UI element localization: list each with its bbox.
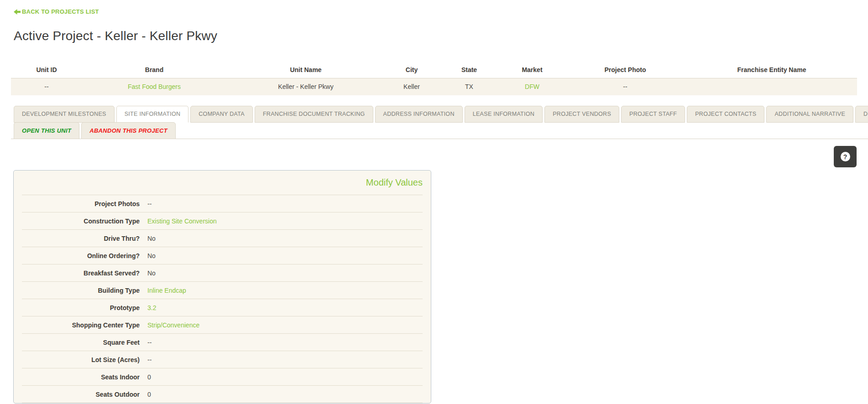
field-label: Building Type [22, 287, 140, 294]
field-value-link[interactable]: Strip/Convenience [147, 321, 199, 329]
field-row-seats-outdoor: Seats Outdoor 0 [22, 386, 423, 403]
brand-link[interactable]: Fast Food Burgers [128, 83, 181, 90]
field-label: Project Photos [22, 200, 140, 207]
col-header-state: State [438, 62, 500, 78]
field-value-link[interactable]: Existing Site Conversion [147, 218, 217, 225]
field-value: -- [147, 339, 152, 346]
field-value-link[interactable]: 3.2 [147, 304, 156, 311]
tab-company-data[interactable]: COMPANY DATA [190, 106, 253, 123]
field-label: Construction Type [22, 218, 140, 225]
field-row-drive-thru: Drive Thru? No [22, 230, 423, 247]
tab-row-2: OPEN THIS UNIT ABANDON THIS PROJECT [11, 122, 868, 139]
panel-header: Modify Values [22, 171, 423, 195]
col-header-unit-name: Unit Name [226, 62, 385, 78]
col-header-project-photo: Project Photo [564, 62, 686, 78]
field-row-shopping-center-type: Shopping Center Type Strip/Convenience [22, 316, 423, 334]
field-value: 0 [147, 391, 151, 398]
field-value: 0 [147, 373, 151, 381]
col-header-city: City [385, 62, 438, 78]
project-tabs: DEVELOPMENT MILESTONES SITE INFORMATION … [11, 106, 868, 139]
field-value: No [147, 252, 156, 259]
field-value: No [147, 235, 156, 242]
cell-unit-id: -- [11, 78, 82, 95]
question-mark-icon: ? [841, 152, 850, 161]
col-header-brand: Brand [82, 62, 226, 78]
tab-row-1: DEVELOPMENT MILESTONES SITE INFORMATION … [11, 106, 868, 122]
col-header-market: Market [500, 62, 564, 78]
field-row-project-photos: Project Photos -- [22, 195, 423, 212]
cell-franchise-entity-name [686, 78, 857, 95]
cell-brand: Fast Food Burgers [82, 78, 226, 95]
page-title: Active Project - Keller - Keller Pkwy [14, 29, 868, 43]
tab-document-library[interactable]: DOCUMENT LIBRARY [855, 106, 868, 123]
abandon-this-project-button[interactable]: ABANDON THIS PROJECT [81, 122, 176, 139]
back-to-projects-link[interactable]: BACK TO PROJECTS LIST [14, 8, 99, 15]
field-label: Drive Thru? [22, 235, 140, 242]
cell-city: Keller [385, 78, 438, 95]
cell-unit-name: Keller - Keller Pkwy [226, 78, 385, 95]
field-label: Breakfast Served? [22, 269, 140, 277]
field-label: Seats Indoor [22, 373, 140, 381]
table-header-row: Unit ID Brand Unit Name City State Marke… [11, 62, 857, 78]
tab-franchise-document-tracking[interactable]: FRANCHISE DOCUMENT TRACKING [255, 106, 373, 123]
col-header-unit-id: Unit ID [11, 62, 82, 78]
field-label: Square Feet [22, 339, 140, 346]
cell-state: TX [438, 78, 500, 95]
table-row: -- Fast Food Burgers Keller - Keller Pkw… [11, 78, 857, 95]
tab-project-vendors[interactable]: PROJECT VENDORS [544, 106, 619, 123]
cell-project-photo: -- [564, 78, 686, 95]
field-value: -- [147, 356, 152, 363]
tab-project-contacts[interactable]: PROJECT CONTACTS [687, 106, 764, 123]
field-value: -- [147, 200, 152, 207]
field-label: Shopping Center Type [22, 321, 140, 329]
back-link-label: BACK TO PROJECTS LIST [22, 8, 99, 15]
tab-additional-narrative[interactable]: ADDITIONAL NARRATIVE [766, 106, 853, 123]
field-value-link[interactable]: Inline Endcap [147, 287, 186, 294]
tab-development-milestones[interactable]: DEVELOPMENT MILESTONES [14, 106, 115, 123]
field-row-lot-size: Lot Size (Acres) -- [22, 351, 423, 368]
field-label: Lot Size (Acres) [22, 356, 140, 363]
modify-values-link[interactable]: Modify Values [366, 177, 423, 188]
site-information-panel: Modify Values Project Photos -- Construc… [13, 170, 431, 404]
cell-market: DFW [500, 78, 564, 95]
field-row-prototype: Prototype 3.2 [22, 299, 423, 316]
tab-lease-information[interactable]: LEASE INFORMATION [465, 106, 543, 123]
help-button[interactable]: ? [834, 146, 857, 167]
field-row-seats-indoor: Seats Indoor 0 [22, 368, 423, 386]
field-label: Prototype [22, 304, 140, 311]
tab-site-information[interactable]: SITE INFORMATION [116, 106, 189, 123]
col-header-franchise-entity-name: Franchise Entity Name [686, 62, 857, 78]
field-label: Seats Outdoor [22, 391, 140, 398]
open-this-unit-button[interactable]: OPEN THIS UNIT [14, 122, 79, 139]
left-arrow-icon [14, 9, 21, 15]
tab-address-information[interactable]: ADDRESS INFORMATION [375, 106, 463, 123]
field-row-building-type: Building Type Inline Endcap [22, 282, 423, 299]
tab-project-staff[interactable]: PROJECT STAFF [621, 106, 685, 123]
field-value: No [147, 269, 156, 277]
market-link[interactable]: DFW [525, 83, 539, 90]
unit-summary-table: Unit ID Brand Unit Name City State Marke… [11, 62, 857, 96]
field-row-breakfast-served: Breakfast Served? No [22, 264, 423, 282]
field-label: Online Ordering? [22, 252, 140, 259]
field-row-square-feet: Square Feet -- [22, 334, 423, 351]
field-row-online-ordering: Online Ordering? No [22, 247, 423, 264]
field-row-construction-type: Construction Type Existing Site Conversi… [22, 212, 423, 230]
